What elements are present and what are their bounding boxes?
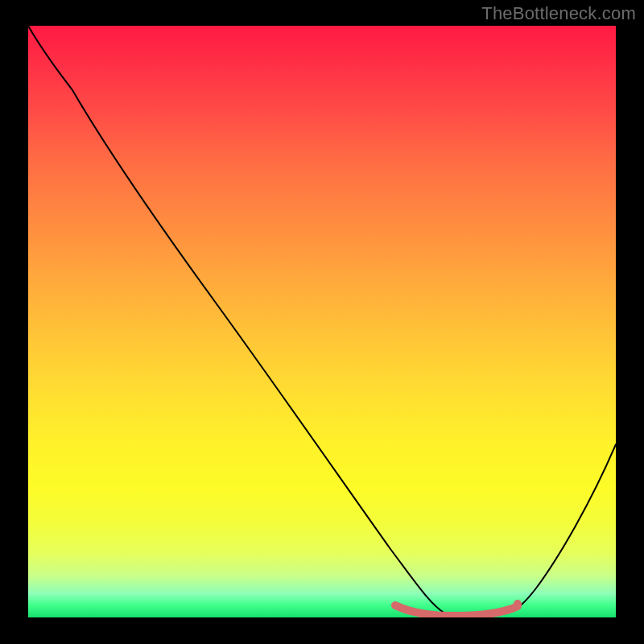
chart-curve-layer bbox=[28, 26, 616, 617]
watermark-text: TheBottleneck.com bbox=[481, 3, 636, 24]
chart-frame: TheBottleneck.com bbox=[0, 0, 644, 644]
optimal-range-highlight bbox=[395, 605, 518, 616]
optimal-range-endpoint bbox=[514, 600, 522, 608]
chart-plot-area bbox=[28, 26, 616, 617]
bottleneck-curve bbox=[28, 26, 616, 615]
